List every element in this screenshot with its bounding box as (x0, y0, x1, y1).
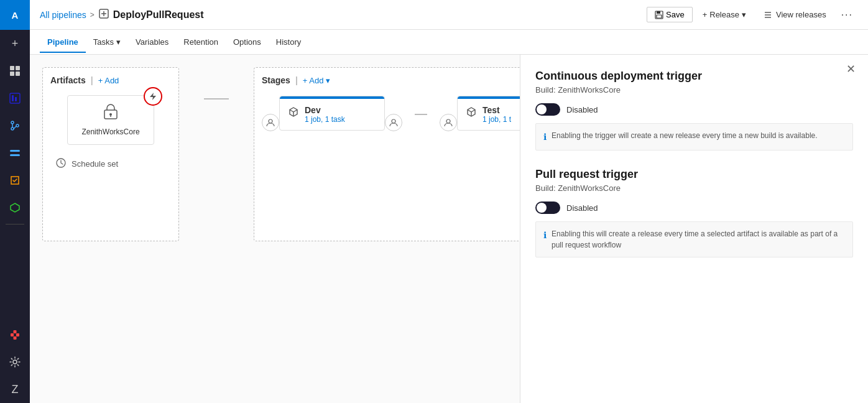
test-pre-approver[interactable] (440, 114, 457, 131)
sidebar: A + Z (0, 0, 30, 403)
stages-header: Stages | + Add ▾ (262, 75, 520, 85)
continuous-trigger-toggle[interactable] (535, 103, 560, 116)
nav-tabs: Pipeline Tasks ▾ Variables Retention Opt… (30, 30, 868, 55)
pull-request-trigger-info: ℹ Enabling this will create a release ev… (535, 221, 853, 257)
pull-request-trigger-toggle[interactable] (535, 202, 560, 214)
save-button[interactable]: Save (647, 7, 693, 22)
settings-icon[interactable] (0, 348, 30, 376)
pipeline-row: Artifacts | + Add ZenithWorksCore (42, 67, 507, 241)
more-options-button[interactable]: ··· (836, 7, 858, 23)
svg-rect-16 (16, 333, 19, 336)
artifacts-nav-icon[interactable] (0, 194, 30, 221)
stages-title: Stages (262, 75, 290, 85)
svg-rect-18 (14, 336, 17, 340)
dev-stage-info: Dev 1 job, 1 task (305, 105, 377, 124)
release-button[interactable]: + Release ▾ (695, 7, 754, 22)
tab-retention[interactable]: Retention (176, 32, 226, 53)
continuous-trigger-toggle-row: Disabled (535, 103, 853, 116)
boards-icon[interactable] (0, 85, 30, 112)
svg-line-12 (14, 126, 16, 129)
dev-stage-icon (287, 106, 300, 122)
artifact-card[interactable]: ZenithWorksCore (67, 95, 154, 145)
svg-point-35 (392, 119, 395, 123)
pull-request-trigger-info-text: Enabling this will create a release ever… (552, 228, 845, 251)
tab-history[interactable]: History (269, 32, 308, 53)
continuous-trigger-title: Continuous deployment trigger (535, 70, 853, 83)
test-plans-icon[interactable] (0, 167, 30, 194)
artifacts-add-button[interactable]: + Add (98, 76, 119, 85)
pull-request-trigger-toggle-label: Disabled (566, 203, 598, 213)
view-releases-button[interactable]: View releases (756, 7, 834, 22)
dev-stage-body: Dev 1 job, 1 task (280, 99, 384, 130)
right-panel: ✕ Continuous deployment trigger Build: Z… (520, 55, 868, 403)
pipeline-title: DeployPullRequest (113, 9, 204, 21)
svg-point-30 (109, 113, 112, 116)
bottom-z-icon[interactable]: Z (0, 376, 30, 403)
artifacts-connector (204, 98, 229, 100)
tasks-dropdown-icon: ▾ (116, 37, 121, 47)
pipeline-canvas: Artifacts | + Add ZenithWorksCore (30, 55, 520, 403)
pull-request-trigger-subtitle: Build: ZenithWorksCore (535, 183, 853, 193)
plus-icon[interactable]: + (0, 30, 30, 57)
test-stage-body: Test 1 job, 1 t (458, 99, 520, 130)
continuous-trigger-section: Continuous deployment trigger Build: Zen… (535, 70, 853, 151)
test-stage-icon (465, 106, 478, 122)
view-releases-label: View releases (776, 10, 826, 19)
pipelines-icon[interactable] (0, 139, 30, 167)
stages-row: Dev 1 job, 1 task (262, 95, 520, 131)
release-label: Release (709, 10, 739, 19)
overview-icon[interactable] (0, 57, 30, 85)
tab-variables[interactable]: Variables (128, 32, 176, 53)
breadcrumb: All pipelines > DeployPullRequest (40, 8, 204, 21)
extensions-icon[interactable] (0, 321, 30, 348)
continuous-trigger-toggle-label: Disabled (566, 105, 598, 114)
svg-rect-5 (12, 95, 14, 101)
svg-rect-6 (15, 97, 17, 101)
continuous-trigger-subtitle: Build: ZenithWorksCore (535, 85, 853, 95)
svg-rect-14 (10, 154, 20, 156)
svg-point-36 (446, 119, 450, 123)
lightning-badge[interactable] (144, 87, 162, 106)
svg-rect-15 (11, 333, 14, 336)
test-stage-card[interactable]: Test 1 job, 1 t (457, 96, 520, 131)
lightning-icon (149, 92, 157, 101)
continuous-trigger-info-text: Enabling the trigger will create a new r… (552, 130, 818, 141)
topbar: All pipelines > DeployPullRequest Save +… (30, 0, 868, 30)
panel-close-button[interactable]: ✕ (844, 60, 858, 78)
breadcrumb-link[interactable]: All pipelines (40, 10, 86, 20)
test-stage-info: Test 1 job, 1 t (482, 105, 520, 124)
release-dropdown-icon: ▾ (742, 10, 746, 19)
avatar[interactable]: A (0, 0, 30, 30)
tab-pipeline[interactable]: Pipeline (40, 32, 86, 53)
header-divider: | (91, 75, 93, 85)
main-content: All pipelines > DeployPullRequest Save +… (30, 0, 868, 403)
dev-pre-approver[interactable] (262, 114, 279, 131)
info-icon-1: ℹ (543, 131, 547, 144)
schedule-item[interactable]: Schedule set (50, 152, 171, 175)
pipeline-icon-nav (98, 8, 109, 21)
dev-stage-card[interactable]: Dev 1 job, 1 task (279, 96, 385, 131)
artifact-label: ZenithWorksCore (81, 127, 139, 136)
stages-add-dropdown: ▾ (326, 76, 330, 85)
stages-panel: Stages | + Add ▾ (254, 67, 520, 241)
tab-tasks[interactable]: Tasks ▾ (86, 32, 128, 53)
repos-icon[interactable] (0, 112, 30, 139)
svg-rect-3 (16, 72, 20, 76)
schedule-icon (55, 157, 67, 170)
stages-add-button[interactable]: + Add ▾ (303, 76, 331, 85)
pull-request-trigger-toggle-row: Disabled (535, 202, 853, 214)
topbar-actions: Save + Release ▾ View releases ··· (647, 7, 858, 23)
dev-post-approver[interactable] (385, 114, 402, 131)
artifacts-header: Artifacts | + Add (50, 75, 171, 85)
breadcrumb-separator: > (90, 11, 95, 19)
schedule-label: Schedule set (72, 159, 118, 169)
tab-options[interactable]: Options (226, 32, 269, 53)
sidebar-divider (6, 224, 24, 225)
content-area: Artifacts | + Add ZenithWorksCore (30, 55, 868, 403)
test-stage-jobs: 1 job, 1 t (482, 115, 520, 124)
test-stage-wrapper: Test 1 job, 1 t (440, 95, 520, 131)
connector-line (204, 98, 229, 100)
svg-point-33 (269, 119, 272, 123)
svg-rect-25 (657, 15, 662, 18)
stages-header-divider: | (295, 75, 298, 85)
